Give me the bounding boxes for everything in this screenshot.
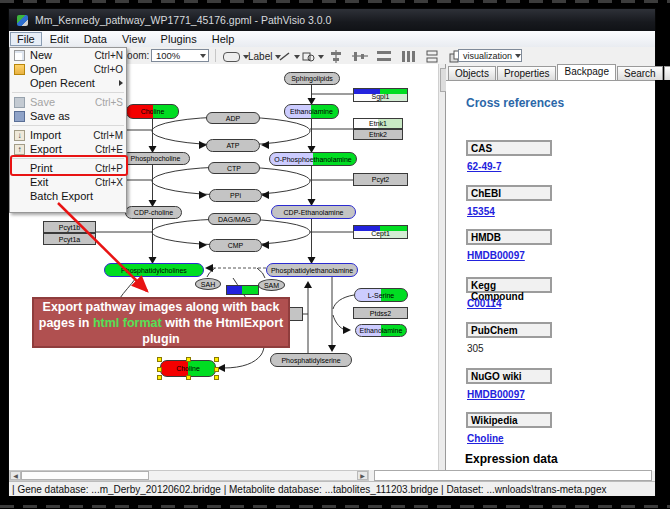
file-menu-item-open-recent[interactable]: Open Recent [10, 76, 126, 90]
canvas-horizontal-scrollbar[interactable]: ◀ ▶ [9, 470, 369, 481]
menu-item-shortcut: Ctrl+E [95, 144, 123, 155]
menu-item-shortcut: Ctrl+S [95, 97, 123, 108]
pathway-node-sphingolipids[interactable]: Sphingolipids [284, 72, 340, 85]
file-menu-item-batch-export[interactable]: Batch Export [10, 189, 126, 203]
node-label: Ptdss2 [370, 310, 391, 317]
pathway-node-phosphocholine[interactable]: Phosphocholine [121, 152, 190, 165]
file-menu-item-exit[interactable]: ExitCtrl+X [10, 175, 126, 189]
backpage-section-value-chebi[interactable]: 15354 [467, 206, 495, 217]
selection-handle[interactable] [214, 357, 219, 362]
node-label: Phosphatidylcholines [121, 267, 187, 274]
pathway-node-gene-box-small[interactable] [226, 285, 259, 295]
scroll-left-arrow-icon[interactable]: ◀ [10, 471, 21, 480]
menu-icon-spacer [14, 177, 25, 188]
backpage-section-value-wikipedia[interactable]: Choline [467, 433, 504, 444]
file-menu-item-export[interactable]: ↑ExportCtrl+E [10, 142, 126, 156]
pathway-node-pcyt2[interactable]: Pcyt2 [353, 173, 408, 186]
menu-data[interactable]: Data [77, 32, 114, 46]
visualization-combobox[interactable]: visualization [458, 49, 522, 62]
draw-shape-button[interactable] [299, 49, 327, 64]
pathway-node-choline-top[interactable]: Choline [126, 104, 179, 119]
node-label: CDP-choline [134, 209, 173, 216]
zoom-value: 100% [156, 50, 180, 61]
pathway-node-phosphatidylserine[interactable]: Phosphatidylserine [270, 353, 352, 367]
file-menu-item-save-as[interactable]: Save as [10, 109, 126, 123]
scrollbar-thumb[interactable] [21, 471, 149, 480]
pathway-node-ethanolamine-top[interactable]: Ethanolamine [284, 104, 339, 119]
menu-plugins[interactable]: Plugins [154, 32, 204, 46]
selection-handle[interactable] [157, 367, 162, 372]
backpage-section-header-cas: CAS [466, 140, 552, 156]
selection-handle[interactable] [186, 375, 191, 380]
pathway-node-etnk1[interactable]: Etnk1 [353, 118, 403, 129]
selection-handle[interactable] [186, 357, 191, 362]
menu-separator [12, 125, 124, 126]
saveas-icon [14, 111, 25, 122]
menu-file[interactable]: File [10, 32, 42, 46]
annotation-callout: Export pathway images along with back pa… [32, 297, 290, 348]
pathway-node-ppi[interactable]: PPi [209, 189, 262, 202]
pathway-node-ethanolamine-bottom[interactable]: Ethanolamine [355, 324, 407, 337]
backpage-section-value-nugo-wiki[interactable]: HMDB00097 [467, 389, 525, 400]
selection-handle[interactable] [214, 367, 219, 372]
bottom-dashed-border [0, 505, 670, 508]
pathway-node-adp[interactable]: ADP [206, 112, 260, 124]
tab-legend[interactable]: Legend [664, 66, 670, 80]
file-menu-item-print[interactable]: PrintCtrl+P [10, 161, 126, 175]
align-center-y-button[interactable] [349, 49, 371, 64]
pathway-node-sgpl1[interactable]: Sgpl1 [353, 88, 408, 102]
menu-view[interactable]: View [115, 32, 153, 46]
node-label: Pcyt1a [59, 236, 80, 243]
tab-search[interactable]: Search [617, 66, 663, 80]
zoom-combobox[interactable]: 100% [151, 49, 209, 62]
selection-handle[interactable] [157, 375, 162, 380]
pathway-node-o-phosphoethanolamine[interactable]: O-Phosphoethanolamine [269, 152, 357, 166]
scroll-right-arrow-icon[interactable]: ▶ [357, 471, 368, 480]
pathway-node-atp[interactable]: ATP [206, 139, 260, 152]
pathway-node-sah[interactable]: SAH [195, 278, 221, 290]
pathway-node-pcyt1b[interactable]: Pcyt1b [43, 221, 96, 233]
menu-help[interactable]: Help [205, 32, 242, 46]
distribute-horizontal-button[interactable] [373, 49, 395, 64]
tab-objects[interactable]: Objects [448, 66, 496, 80]
pathway-node-etnk2[interactable]: Etnk2 [353, 129, 403, 140]
selection-handle[interactable] [157, 357, 162, 362]
panel-splitter[interactable] [438, 64, 446, 470]
stack-button[interactable] [421, 49, 443, 64]
align-center-x-button[interactable] [325, 49, 347, 64]
menu-item-label: Import [30, 129, 89, 141]
pathway-node-pcyt1a[interactable]: Pcyt1a [43, 233, 96, 245]
pathway-node-dag-mag[interactable]: DAG/MAG [208, 213, 261, 225]
backpage-section-value-kegg-compound[interactable]: C00114 [467, 298, 501, 309]
pathway-node-ctp[interactable]: CTP [208, 162, 260, 174]
menu-edit[interactable]: Edit [43, 32, 76, 46]
backpage-section-value-hmdb[interactable]: HMDB00097 [467, 250, 525, 261]
pathway-node-cmp[interactable]: CMP [209, 239, 262, 252]
distribute-vertical-button[interactable] [397, 49, 419, 64]
side-panel-tabs: Objects Properties Backpage Search Legen… [448, 65, 670, 80]
menu-item-shortcut: Ctrl+M [93, 130, 123, 141]
pathway-node-cept1[interactable]: Cept1 [353, 225, 408, 239]
pathway-node-l-serine[interactable]: L-Serine [354, 288, 408, 302]
pathway-node-sam[interactable]: SAM [258, 279, 285, 291]
file-menu-item-import[interactable]: ↓ImportCtrl+M [10, 128, 126, 142]
window-title: Mm_Kennedy_pathway_WP1771_45176.gpml - P… [35, 14, 331, 26]
pathway-node-cdp-choline[interactable]: CDP-choline [125, 206, 182, 219]
pathway-node-phosphatidylcholines[interactable]: Phosphatidylcholines [104, 263, 204, 277]
pathway-node-ptdss2[interactable]: Ptdss2 [353, 307, 408, 319]
selection-handle[interactable] [214, 375, 219, 380]
node-label: Ethanolamine [290, 108, 333, 115]
file-menu-item-new[interactable]: NewCtrl+N [10, 48, 126, 62]
tab-backpage[interactable]: Backpage [557, 64, 615, 80]
file-menu-dropdown: NewCtrl+NOpenCtrl+OOpen RecentSaveCtrl+S… [9, 47, 127, 213]
backpage-section-header-pubchem: PubChem [466, 322, 552, 338]
node-label: O-Phosphoethanolamine [274, 156, 351, 163]
tab-properties[interactable]: Properties [497, 66, 557, 80]
file-menu-item-open[interactable]: OpenCtrl+O [10, 62, 126, 76]
node-label: CTP [227, 165, 241, 172]
pathway-node-phosphatidylethanolamine[interactable]: Phosphatidylethanolamine [266, 263, 358, 277]
pathway-node-cdp-ethanolamine[interactable]: CDP-Ethanolamine [271, 205, 356, 219]
backpage-section-header-hmdb: HMDB [466, 229, 552, 245]
node-label: Pcyt1b [59, 224, 80, 231]
backpage-section-value-cas[interactable]: 62-49-7 [467, 161, 501, 172]
